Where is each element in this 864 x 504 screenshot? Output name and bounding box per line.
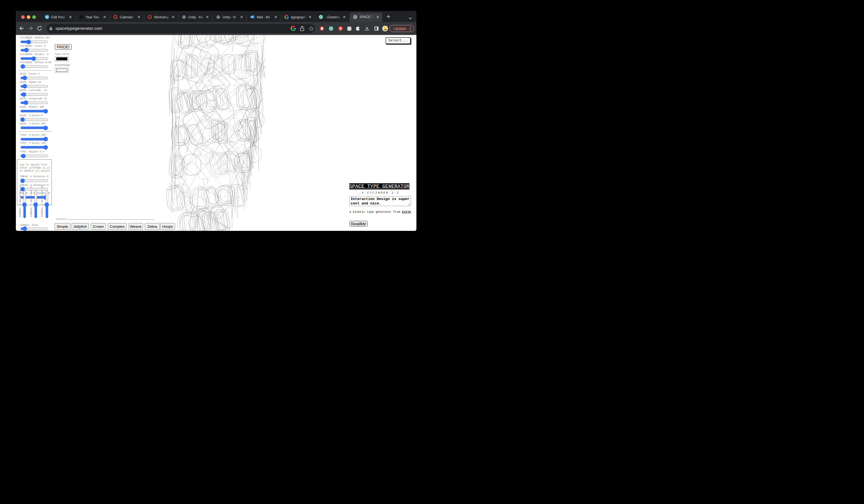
svg-text:W: W [45,15,48,19]
